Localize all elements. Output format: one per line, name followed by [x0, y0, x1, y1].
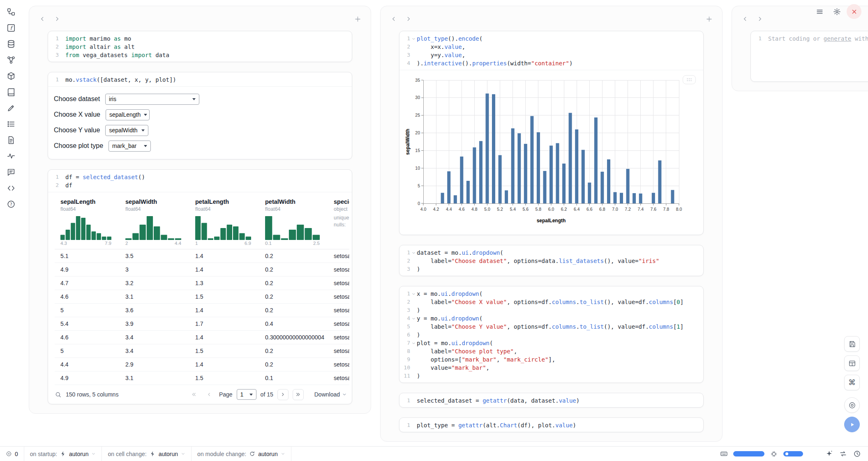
- svg-text:0: 0: [418, 201, 420, 206]
- run-setting-2[interactable]: on module change:autorun: [192, 447, 291, 461]
- search-icon[interactable]: [55, 391, 62, 398]
- run-setting-0[interactable]: on startup:autorun: [24, 447, 102, 461]
- panel-datasources-button[interactable]: [6, 39, 16, 49]
- table-footer: 150 rows, 5 columns Page 1 of 15 Downloa…: [55, 385, 348, 404]
- refresh-icon: [249, 451, 255, 457]
- table-row[interactable]: 4.93.11.50.1setosa: [55, 371, 349, 385]
- code-editor[interactable]: 1x = mo.ui.dropdown(2 label="Choose X va…: [399, 286, 703, 383]
- interrupt-button[interactable]: [844, 397, 860, 413]
- code-editor[interactable]: 1 Start coding or generate with AI: [751, 31, 868, 45]
- code-editor[interactable]: 1df = selected_dataset()2df: [48, 170, 352, 192]
- next-page-button[interactable]: [277, 389, 289, 400]
- table-row[interactable]: 53.61.40.2setosa: [55, 304, 349, 317]
- column-header-sepalWidth[interactable]: sepalWidthfloat6424.4: [120, 197, 189, 247]
- code-editor[interactable]: 1import marimo as mo2import altair as al…: [48, 31, 352, 62]
- table-row[interactable]: 4.63.11.50.2setosa: [55, 290, 349, 304]
- column-move-right-button[interactable]: [754, 13, 766, 25]
- panel-packages-button[interactable]: [6, 71, 16, 81]
- add-cell-button[interactable]: [352, 13, 363, 25]
- column-header-petalLength[interactable]: petalLengthfloat6416.9: [189, 197, 259, 247]
- fold-toggle-icon[interactable]: [410, 314, 417, 323]
- altair-bar-chart[interactable]: 4.04.24.44.64.85.05.25.45.65.86.06.26.46…: [404, 75, 698, 230]
- keyboard-shortcuts-button[interactable]: ⌘: [844, 375, 860, 390]
- column-move-left-button[interactable]: [37, 13, 48, 25]
- generate-with-ai-link[interactable]: generate: [824, 35, 851, 42]
- dataset-select[interactable]: iris: [105, 94, 199, 105]
- cell-selected-dataset: 1selected_dataset = getattr(data, datase…: [399, 393, 704, 408]
- panel-snippets-button[interactable]: [6, 183, 16, 194]
- svg-text:6.6: 6.6: [586, 207, 593, 212]
- shutdown-button[interactable]: [847, 4, 861, 19]
- column-move-left-button[interactable]: [739, 13, 751, 25]
- history-icon[interactable]: [852, 449, 861, 459]
- panel-help-button[interactable]: ?: [6, 199, 16, 210]
- settings-button[interactable]: [829, 4, 844, 19]
- code-editor[interactable]: 1dataset = mo.ui.dropdown(2 label="Choos…: [399, 245, 703, 276]
- table-cell: 0.2: [259, 280, 328, 286]
- keyboard-icon[interactable]: [719, 449, 728, 459]
- code-editor[interactable]: 1plot_type().encode(2 x=x.value,3 y=y.va…: [399, 31, 703, 70]
- panel-tracebacks-button[interactable]: [6, 151, 16, 161]
- fold-toggle-icon[interactable]: [410, 339, 417, 347]
- fold-toggle-icon[interactable]: [410, 35, 417, 43]
- svg-text:35: 35: [415, 78, 420, 83]
- errors-indicator[interactable]: 0: [0, 447, 24, 461]
- table-row[interactable]: 5.43.91.70.4setosa: [55, 317, 349, 331]
- column-move-right-button[interactable]: [403, 13, 414, 25]
- first-page-button[interactable]: [189, 389, 200, 400]
- caret-down-icon: [141, 129, 145, 131]
- column-header-species[interactable]: speciesobjectunique:nulls:: [328, 197, 349, 247]
- code-editor[interactable]: 1plot_type = getattr(alt.Chart(df), plot…: [399, 418, 703, 432]
- panel-documentation-button[interactable]: [6, 87, 16, 97]
- last-page-button[interactable]: [293, 389, 304, 400]
- cpu-chip-icon: [769, 449, 778, 459]
- column-move-right-button[interactable]: [51, 13, 63, 25]
- panel-outline-button[interactable]: [6, 119, 16, 129]
- cpu-usage-bar[interactable]: [783, 451, 803, 456]
- column-header-petalWidth[interactable]: petalWidthfloat640.12.5: [259, 197, 328, 247]
- line-number: 1: [48, 76, 59, 84]
- table-row[interactable]: 4.73.21.30.2setosa: [55, 277, 349, 290]
- menu-button[interactable]: [812, 4, 827, 19]
- prev-page-button[interactable]: [204, 389, 215, 400]
- add-cell-button[interactable]: [703, 13, 715, 25]
- table-row[interactable]: 4.931.40.2setosa: [55, 263, 349, 277]
- table-row[interactable]: 53.41.50.2setosa: [55, 344, 349, 358]
- cell-plot: 1plot_type().encode(2 x=x.value,3 y=y.va…: [399, 31, 704, 235]
- y-value-select[interactable]: sepalWidth: [105, 125, 148, 136]
- code-editor[interactable]: 1mo.vstack([dataset, x, y, plot]): [48, 72, 352, 86]
- column-move-left-button[interactable]: [388, 13, 399, 25]
- download-button[interactable]: Download: [314, 391, 347, 398]
- panel-file-explorer-button[interactable]: [6, 7, 16, 17]
- fold-toggle-icon[interactable]: [410, 290, 417, 298]
- swap-icon[interactable]: [838, 449, 847, 459]
- dataframe-output: sepalLengthfloat644.37.9sepalWidthfloat6…: [48, 192, 352, 404]
- ai-wand-icon[interactable]: [824, 449, 833, 459]
- column-histogram: [265, 214, 320, 240]
- plot-type-select[interactable]: mark_bar: [108, 141, 151, 152]
- column-header-sepalLength[interactable]: sepalLengthfloat644.37.9: [55, 197, 120, 247]
- layout-toggle-button[interactable]: [844, 355, 860, 371]
- column-histogram: [195, 214, 251, 240]
- panel-variables-button[interactable]: f: [6, 23, 16, 33]
- panel-scratchpad-button[interactable]: [6, 103, 16, 113]
- page-select[interactable]: 1: [237, 389, 256, 400]
- panel-dependencies-button[interactable]: [6, 55, 16, 65]
- run-setting-1[interactable]: on cell change:autorun: [102, 447, 192, 461]
- fold-toggle-icon[interactable]: [410, 249, 417, 257]
- panel-logs-button[interactable]: [6, 135, 16, 145]
- notebook-columns: 1import marimo as mo2import altair as al…: [29, 6, 868, 442]
- x-value-select[interactable]: sepalLength: [106, 109, 150, 120]
- chart-menu-button[interactable]: [683, 75, 696, 84]
- line-number: 2: [399, 43, 410, 51]
- table-row[interactable]: 4.63.41.40.30000000000000004setosa: [55, 331, 349, 344]
- table-header: sepalLengthfloat644.37.9sepalWidthfloat6…: [55, 196, 349, 249]
- table-row[interactable]: 4.42.91.40.2setosa: [55, 358, 349, 371]
- table-row[interactable]: 5.13.51.40.2setosa: [55, 249, 349, 263]
- panel-chat-button[interactable]: [6, 167, 16, 177]
- code-line: 1plot_type().encode(: [399, 35, 703, 43]
- code-editor[interactable]: 1selected_dataset = getattr(data, datase…: [399, 393, 703, 407]
- save-button[interactable]: [844, 336, 860, 352]
- run-cells-button[interactable]: [844, 417, 860, 432]
- memory-usage-bar[interactable]: [733, 451, 764, 456]
